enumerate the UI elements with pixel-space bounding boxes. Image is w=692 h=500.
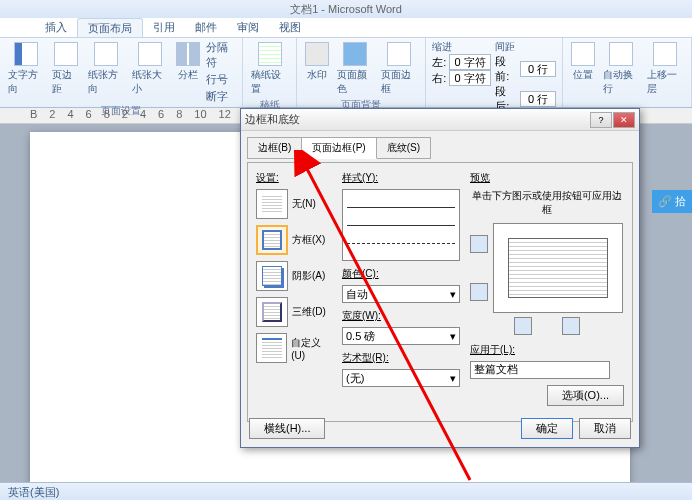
apply-select[interactable]: 整篇文档 xyxy=(470,361,610,379)
color-label: 颜色(C): xyxy=(342,267,462,281)
dialog-tab-border[interactable]: 边框(B) xyxy=(247,137,302,159)
space-before-label: 段前: xyxy=(495,54,517,84)
wrap-icon xyxy=(609,42,633,66)
preview-label: 预览 xyxy=(470,171,624,185)
dialog-tab-shading[interactable]: 底纹(S) xyxy=(376,137,431,159)
ok-button[interactable]: 确定 xyxy=(521,418,573,439)
manuscript-icon xyxy=(258,42,282,66)
side-tag[interactable]: 🔗 拾 xyxy=(652,190,692,213)
preview-left-handle[interactable] xyxy=(514,317,532,335)
cancel-button[interactable]: 取消 xyxy=(579,418,631,439)
window-titlebar: 文档1 - Microsoft Word xyxy=(0,0,692,18)
setting-shadow[interactable]: 阴影(A) xyxy=(256,261,334,291)
margins-button[interactable]: 页边距 xyxy=(50,40,81,98)
setting-none[interactable]: 无(N) xyxy=(256,189,334,219)
dialog-tab-page-border[interactable]: 页面边框(P) xyxy=(301,137,376,159)
bring-forward-icon xyxy=(653,42,677,66)
orientation-icon xyxy=(94,42,118,66)
tab-reference[interactable]: 引用 xyxy=(143,18,185,37)
margins-icon xyxy=(54,42,78,66)
indent-left-input[interactable]: 0 字符 xyxy=(449,54,491,70)
space-before-input[interactable]: 0 行 xyxy=(520,61,557,77)
setting-box[interactable]: 方框(X) xyxy=(256,225,334,255)
orientation-button[interactable]: 纸张方向 xyxy=(86,40,126,98)
space-after-input[interactable]: 0 行 xyxy=(520,91,557,107)
page-border-icon xyxy=(387,42,411,66)
dialog-title: 边框和底纹 xyxy=(245,112,590,127)
columns-icon xyxy=(176,42,200,66)
preview-hint: 单击下方图示或使用按钮可应用边框 xyxy=(470,189,624,217)
setting-custom[interactable]: 自定义(U) xyxy=(256,333,334,363)
preview-right-handle[interactable] xyxy=(562,317,580,335)
text-direction-icon xyxy=(14,42,38,66)
status-language: 英语(美国) xyxy=(8,486,59,498)
width-label: 宽度(W): xyxy=(342,309,462,323)
line-numbers-button[interactable]: 行号 xyxy=(206,72,236,87)
style-label: 样式(Y): xyxy=(342,171,462,185)
apply-label: 应用于(L): xyxy=(470,343,624,357)
wrap-button[interactable]: 自动换行 xyxy=(601,40,641,98)
bring-forward-button[interactable]: 上移一层 xyxy=(645,40,685,98)
shadow-icon xyxy=(256,261,288,291)
width-select[interactable]: 0.5 磅▾ xyxy=(342,327,460,345)
color-select[interactable]: 自动▾ xyxy=(342,285,460,303)
settings-label: 设置: xyxy=(256,171,334,185)
tab-mail[interactable]: 邮件 xyxy=(185,18,227,37)
page-color-button[interactable]: 页面颜色 xyxy=(335,40,375,98)
position-icon xyxy=(571,42,595,66)
watermark-button[interactable]: 水印 xyxy=(303,40,331,84)
text-direction-button[interactable]: 文字方向 xyxy=(6,40,46,98)
indent-left-label: 左: xyxy=(432,55,446,70)
style-list[interactable] xyxy=(342,189,460,261)
columns-button[interactable]: 分栏 xyxy=(174,40,202,84)
link-icon: 🔗 xyxy=(658,195,672,208)
tab-view[interactable]: 视图 xyxy=(269,18,311,37)
window-title: 文档1 - Microsoft Word xyxy=(290,3,402,15)
tab-review[interactable]: 审阅 xyxy=(227,18,269,37)
art-label: 艺术型(R): xyxy=(342,351,462,365)
box-icon xyxy=(256,225,288,255)
hyphenation-button[interactable]: 断字 xyxy=(206,89,236,104)
preview-bottom-handle[interactable] xyxy=(470,283,488,301)
size-button[interactable]: 纸张大小 xyxy=(130,40,170,98)
art-select[interactable]: (无)▾ xyxy=(342,369,460,387)
borders-shading-dialog: 边框和底纹 ? ✕ 边框(B) 页面边框(P) 底纹(S) 设置: 无(N) 方… xyxy=(240,108,640,448)
ribbon: 文字方向 页边距 纸张方向 纸张大小 分栏 分隔符 行号 断字 页面设置 稿纸设… xyxy=(0,38,692,108)
tab-page-layout[interactable]: 页面布局 xyxy=(77,18,143,37)
three-d-icon xyxy=(256,297,288,327)
page-color-icon xyxy=(343,42,367,66)
options-button[interactable]: 选项(O)... xyxy=(547,385,624,406)
none-icon xyxy=(256,189,288,219)
help-button[interactable]: ? xyxy=(590,112,612,128)
manuscript-button[interactable]: 稿纸设置 xyxy=(249,40,290,98)
custom-icon xyxy=(256,333,287,363)
preview-box xyxy=(493,223,623,313)
watermark-icon xyxy=(305,42,329,66)
hline-button[interactable]: 横线(H)... xyxy=(249,418,325,439)
tab-insert[interactable]: 插入 xyxy=(35,18,77,37)
ribbon-tabs: 插入 页面布局 引用 邮件 审阅 视图 xyxy=(0,18,692,38)
position-button[interactable]: 位置 xyxy=(569,40,597,84)
dialog-titlebar[interactable]: 边框和底纹 ? ✕ xyxy=(241,109,639,131)
setting-3d[interactable]: 三维(D) xyxy=(256,297,334,327)
size-icon xyxy=(138,42,162,66)
page-border-button[interactable]: 页面边框 xyxy=(379,40,419,98)
preview-page xyxy=(508,238,608,298)
breaks-button[interactable]: 分隔符 xyxy=(206,40,236,70)
indent-right-input[interactable]: 0 字符 xyxy=(449,70,491,86)
close-button[interactable]: ✕ xyxy=(613,112,635,128)
statusbar: 英语(美国) xyxy=(0,482,692,500)
preview-top-handle[interactable] xyxy=(470,235,488,253)
indent-right-label: 右: xyxy=(432,71,446,86)
